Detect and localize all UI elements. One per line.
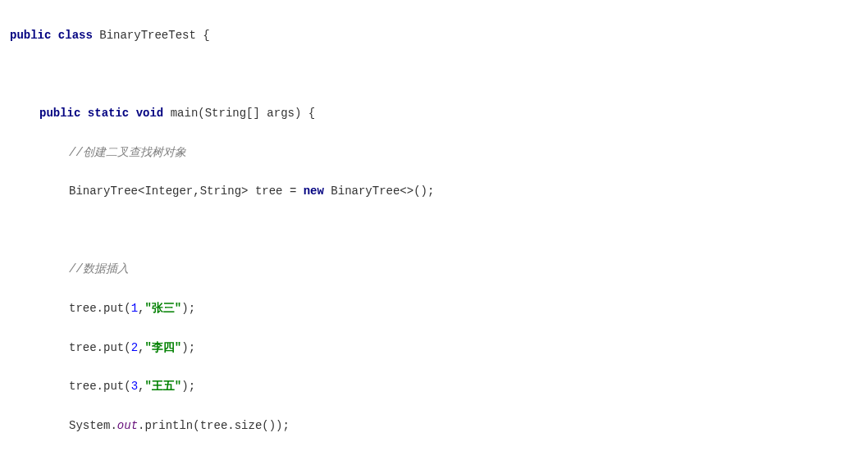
keyword-public: public (39, 107, 80, 120)
code-line: //创建二叉查找树对象 (7, 144, 868, 163)
code-line: public static void main(String[] args) { (7, 104, 868, 124)
type-binarytree: BinaryTree (69, 184, 138, 198)
code-line: //数据插入 (7, 260, 868, 280)
class-name: BinaryTreeTest (99, 29, 196, 42)
keyword-class: class (58, 29, 93, 42)
method-size: size (235, 419, 263, 432)
var-tree: tree (255, 184, 283, 198)
num-literal: 3 (131, 380, 138, 393)
method-put: put (103, 341, 124, 354)
keyword-new: new (304, 184, 324, 198)
var-tree: tree (69, 302, 97, 315)
method-main: main (171, 107, 199, 120)
code-line: System.out.println(tree.size()); (7, 417, 868, 436)
type-string: String (205, 107, 246, 120)
code-line: BinaryTree<Integer,String> tree = new Bi… (7, 182, 868, 202)
code-editor[interactable]: public class BinaryTreeTest { public sta… (0, 0, 868, 451)
var-tree: tree (200, 419, 228, 432)
type-binarytree: BinaryTree (331, 184, 400, 198)
code-line: public class BinaryTreeTest { (7, 26, 868, 46)
code-line: tree.put(2,"李四"); (7, 339, 868, 358)
code-line-blank (7, 221, 868, 241)
keyword-void: void (136, 107, 164, 120)
method-println: println (144, 419, 193, 432)
keyword-static: static (88, 107, 129, 120)
comment-create: //创建二叉查找树对象 (69, 146, 186, 159)
var-tree: tree (69, 341, 97, 354)
type-integer: Integer (144, 184, 193, 198)
method-put: put (103, 380, 124, 393)
string-literal: "张三" (144, 302, 181, 315)
var-args: args (267, 107, 295, 120)
method-put: put (103, 302, 124, 315)
code-line: tree.put(1,"张三"); (7, 299, 868, 319)
keyword-public: public (10, 29, 51, 42)
string-literal: "王五" (144, 380, 181, 393)
code-line: tree.put(3,"王五"); (7, 377, 868, 397)
num-literal: 1 (131, 302, 138, 315)
var-tree: tree (69, 380, 97, 393)
string-literal: "李四" (144, 341, 181, 354)
type-string: String (200, 184, 241, 198)
class-system: System (69, 419, 110, 432)
num-literal: 2 (131, 341, 138, 354)
code-line-blank (7, 65, 868, 84)
comment-insert: //数据插入 (69, 262, 129, 276)
field-out: out (117, 419, 138, 432)
